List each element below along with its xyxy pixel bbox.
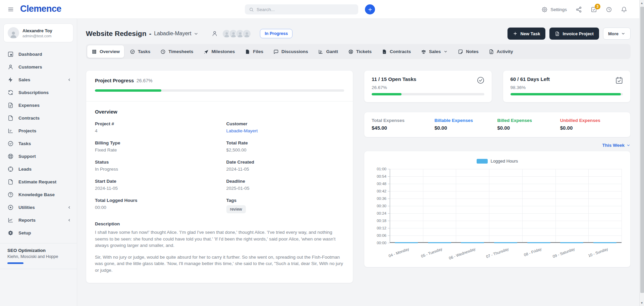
field-start-date: Start Date2024-11-05 [95,179,213,191]
sidebar-item-leads[interactable]: Leads [0,163,77,175]
more-label: More [608,31,619,36]
tab-label: Files [253,49,263,54]
sidebar-item-customers[interactable]: Customers [0,60,77,73]
sidebar-item-sales[interactable]: Sales [0,73,77,86]
tab-discussions[interactable]: Discussions [269,45,313,58]
sidebar-item-label: Support [18,154,36,159]
field-value: 4 [95,128,213,133]
tab-timesheets[interactable]: Timesheets [156,45,198,58]
header-actions: New Task Invoice Project More [507,28,631,40]
field-label: Deadline [226,179,344,184]
scrollbar[interactable]: ▲ ▼ [639,0,644,306]
tab-gantt[interactable]: Gantt [314,45,342,58]
field-status: StatusIn Progress [95,160,213,172]
scroll-up-arrow[interactable]: ▲ [640,1,644,5]
bar-09-saturday[interactable] [560,242,583,243]
stat-card-11-15-open-tasks: 11 / 15 Open Tasks26.67% [364,70,492,102]
bar-10-sunday[interactable] [593,242,616,243]
sidebar-item-tasks[interactable]: Tasks [0,137,77,150]
sidebar-item-projects[interactable]: Projects [0,124,77,137]
menu-icon[interactable] [7,6,14,13]
sidebar-item-label: Estimate Request [18,179,56,184]
project-customer[interactable]: Labadie-Mayert [154,31,191,37]
sidebar: Alexandre Toy admin@test.com DashboardCu… [0,19,77,306]
new-task-button[interactable]: New Task [507,28,545,40]
tab-milestones[interactable]: Milestones [199,45,239,58]
search-input[interactable] [257,7,354,12]
field-value: Fixed Rate [95,147,213,152]
sidebar-item-estimate-request[interactable]: Estimate Request [0,175,77,188]
scroll-down-arrow[interactable]: ▼ [640,301,644,305]
overview-section: Overview Project #4CustomerLabadie-Mayer… [86,101,353,283]
tab-tickets[interactable]: Tickets [344,45,376,58]
bar-07-thursday[interactable] [494,242,517,243]
settings-label: Settings [550,7,567,12]
field-label: Total Rate [226,140,344,145]
tab-contracts[interactable]: Contracts [377,45,415,58]
field-value: $2,500.00 [226,147,344,152]
sidebar-item-setup[interactable]: Setup [0,226,77,239]
expense-label: Total Expenses [372,118,434,123]
x-axis-label: 09 - Saturday [552,247,575,259]
project-shortcut-title[interactable]: SEO Optimization [7,248,69,253]
project-shortcut[interactable]: SEO Optimization Kiehn, Mosciski and Hop… [0,244,77,264]
notification-badge: 3 [595,4,600,9]
chart-legend[interactable]: Logged Hours [372,159,623,164]
sidebar-item-knowledge-base[interactable]: Knowledge Base [0,188,77,201]
x-axis-label: 06 - Wednesday [448,247,476,260]
bar-05-tuesday[interactable] [428,242,451,243]
sidebar-item-expenses[interactable]: Expenses [0,99,77,112]
overview-fields: Project #4CustomerLabadie-MayertBilling … [95,121,344,213]
invoice-project-button[interactable]: Invoice Project [549,28,599,40]
scrollbar-thumb[interactable] [640,7,644,293]
field-value-link[interactable]: Labadie-Mayert [226,128,344,133]
bar-06-wednesday[interactable] [461,242,484,243]
sidebar-item-dashboard[interactable]: Dashboard [0,48,77,60]
bar-04-monday[interactable] [395,242,418,243]
person-solid-icon [9,30,18,39]
tag-chip[interactable]: review [226,205,246,213]
expense-value: $0.00 [497,125,560,131]
field-value: 2024-11-05 [95,186,213,191]
description-block: Description I shall have some fun now!' … [95,221,344,273]
bell-button[interactable] [621,6,627,13]
crosshair-icon [7,166,14,172]
tab-overview[interactable]: Overview [87,45,124,58]
bar-08-friday[interactable] [527,242,550,243]
tab-notes[interactable]: Notes [453,45,483,58]
sidebar-item-contracts[interactable]: Contracts [0,112,77,124]
sidebar-item-reports[interactable]: Reports [0,214,77,226]
period-selector[interactable]: This Week [602,143,631,148]
sidebar-item-subscriptions[interactable]: Subscriptions [0,86,77,99]
sidebar-item-label: Reports [18,218,36,223]
tab-sales[interactable]: Sales [417,45,452,58]
app-logo[interactable]: Clemence [20,4,61,14]
more-button[interactable]: More [603,28,631,40]
sidebar-item-label: Setup [18,230,31,235]
search-bar[interactable] [245,4,358,14]
quick-add-button[interactable] [365,4,375,14]
tab-label: Gantt [326,49,338,54]
y-axis-label: 01:00 [372,167,386,171]
user-card[interactable]: Alexandre Toy admin@test.com [3,24,73,42]
overview-heading: Overview [95,109,344,115]
status-badge[interactable]: In Progress [260,29,292,38]
legend-swatch [477,159,488,164]
sidebar-item-support[interactable]: Support [0,150,77,163]
chevron-down-icon[interactable] [194,31,199,36]
assignees-icon[interactable] [211,30,218,37]
file-blank-icon [7,179,14,185]
calendar-check-icon [615,76,624,85]
sidebar-item-label: Utilities [18,205,35,210]
sidebar-item-utilities[interactable]: Utilities [0,201,77,214]
settings-button[interactable]: Settings [541,6,567,13]
tab-activity[interactable]: Activity [484,45,518,58]
avatar[interactable] [242,29,251,38]
plus-icon [513,31,518,36]
tab-files[interactable]: Files [240,45,268,58]
tasks-notifications-button[interactable]: 3 [591,6,597,13]
share-button[interactable] [576,6,582,13]
tab-tasks[interactable]: Tasks [125,45,155,58]
logged-hours-chart-card: Logged Hours 01:0000:5400:4800:4200:3600… [364,151,631,267]
history-button[interactable] [606,6,612,13]
